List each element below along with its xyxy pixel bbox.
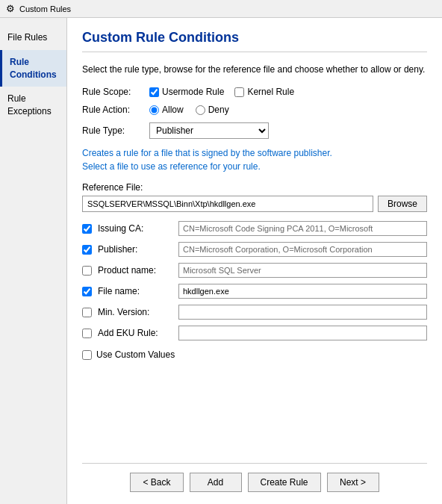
usermode-rule-option[interactable]: Usermode Rule [149,87,224,97]
add-eku-checkbox[interactable] [82,329,92,338]
add-eku-label: Add EKU Rule: [98,328,172,338]
issuing-ca-input[interactable] [178,221,427,236]
use-custom-values-checkbox[interactable] [82,350,92,360]
sidebar-item-file-rules[interactable]: File Rules [0,25,66,50]
min-version-label: Min. Version: [98,307,172,317]
deny-radio[interactable] [196,105,205,115]
sidebar-item-rule-conditions[interactable]: RuleConditions [0,50,66,87]
title-bar-text: Custom Rules [19,4,71,13]
file-name-label: File name: [98,286,172,296]
add-eku-input[interactable] [178,326,427,340]
rule-type-select[interactable]: Publisher Path Hash [149,122,269,139]
title-bar: ⚙ Custom Rules [0,0,442,18]
condition-row-publisher: Publisher: [82,242,427,257]
deny-option[interactable]: Deny [196,105,229,115]
product-name-checkbox[interactable] [82,266,92,276]
issuing-ca-checkbox[interactable] [82,224,92,234]
back-button[interactable]: < Back [130,473,183,492]
min-version-input[interactable] [178,305,427,320]
publisher-checkbox[interactable] [82,245,92,255]
product-name-label: Product name: [98,265,172,276]
description-text: Select the rule type, browse for the ref… [82,63,427,76]
allow-label: Allow [162,105,184,115]
title-bar-icon: ⚙ [6,3,15,14]
sidebar-item-rule-exceptions[interactable]: RuleExceptions [0,87,66,124]
allow-radio[interactable] [149,105,159,115]
condition-row-issuing-ca: Issuing CA: [82,221,427,236]
file-name-checkbox[interactable] [82,287,92,296]
publisher-label: Publisher: [98,244,172,255]
reference-file-section: Reference File: Browse [82,182,427,212]
info-text: Creates a rule for a file that is signed… [82,146,427,173]
rule-action-options: Allow Deny [149,105,229,115]
reference-file-label: Reference File: [82,182,427,193]
condition-row-product-name: Product name: [82,263,427,278]
main-container: File Rules RuleConditions RuleExceptions… [0,18,442,504]
reference-file-row: Browse [82,196,427,212]
use-custom-values-label: Use Custom Values [96,349,175,360]
add-button[interactable]: Add [190,473,242,492]
issuing-ca-label: Issuing CA: [98,223,172,234]
rule-scope-label: Rule Scope: [82,87,149,97]
kernel-rule-checkbox[interactable] [234,87,244,97]
deny-label: Deny [208,105,229,115]
sidebar: File Rules RuleConditions RuleExceptions [0,18,67,504]
browse-button[interactable]: Browse [378,196,427,212]
product-name-input[interactable] [178,263,427,278]
kernel-rule-option[interactable]: Kernel Rule [234,87,294,97]
allow-option[interactable]: Allow [149,105,184,115]
condition-row-add-eku: Add EKU Rule: [82,326,427,340]
rule-type-row: Rule Type: Publisher Path Hash [82,122,427,139]
rule-action-row: Rule Action: Allow Deny [82,105,427,115]
page-title: Custom Rule Conditions [82,30,427,52]
usermode-rule-checkbox[interactable] [149,87,159,97]
conditions-section: Issuing CA: Publisher: Product name: Fil… [82,221,427,346]
rule-type-label: Rule Type: [82,125,149,136]
next-button[interactable]: Next > [327,473,379,492]
content-area: Custom Rule Conditions Select the rule t… [67,18,442,504]
usermode-rule-label: Usermode Rule [162,87,224,97]
file-name-input[interactable] [178,284,427,299]
rule-action-label: Rule Action: [82,105,149,115]
kernel-rule-label: Kernel Rule [247,87,294,97]
rule-scope-row: Rule Scope: Usermode Rule Kernel Rule [82,87,427,97]
use-custom-values-row: Use Custom Values [82,349,427,360]
footer: < Back Add Create Rule Next > [82,463,427,492]
publisher-input[interactable] [178,242,427,257]
create-rule-button[interactable]: Create Rule [248,473,321,492]
reference-file-input[interactable] [82,196,373,212]
min-version-checkbox[interactable] [82,308,92,317]
condition-row-file-name: File name: [82,284,427,299]
condition-row-min-version: Min. Version: [82,305,427,320]
rule-scope-options: Usermode Rule Kernel Rule [149,87,294,97]
